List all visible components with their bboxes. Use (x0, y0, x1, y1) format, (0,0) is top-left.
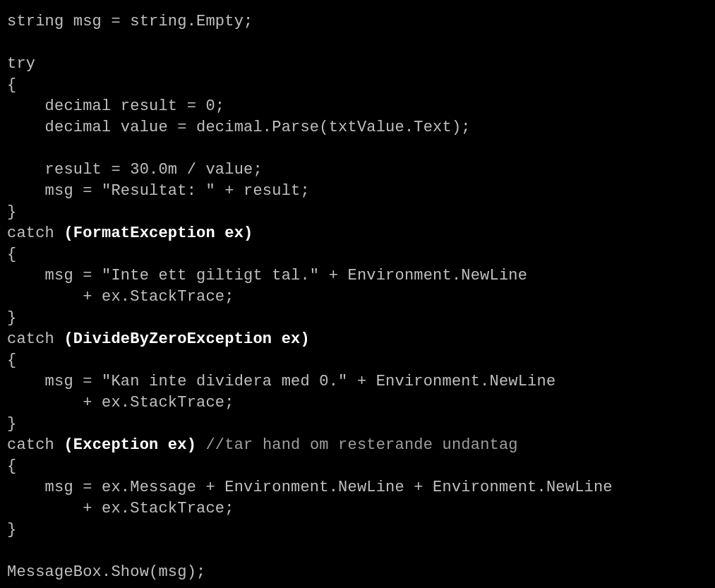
code-line: { (7, 352, 16, 369)
code-block: string msg = string.Empty; try { decimal… (0, 0, 715, 588)
code-line: decimal value = decimal.Parse(txtValue.T… (7, 119, 471, 136)
code-line: } (7, 415, 16, 433)
code-line: + ex.StackTrace; (7, 288, 234, 306)
code-line: msg = "Kan inte dividera med 0." + Envir… (7, 373, 555, 390)
code-line: { (7, 457, 16, 475)
code-line: string msg = string.Empty; (7, 13, 253, 30)
comment: //tar hand om resterande undantag (196, 436, 518, 454)
exception-type: (DivideByZeroException ex) (64, 330, 309, 348)
code-line: try (7, 55, 35, 73)
code-line: + ex.StackTrace; (7, 394, 234, 412)
code-line: result = 30.0m / value; (7, 161, 263, 179)
exception-type: (Exception ex) (64, 436, 196, 454)
code-line: decimal result = 0; (7, 97, 224, 115)
code-line: msg = ex.Message + Environment.NewLine +… (7, 479, 613, 496)
catch-keyword: catch (7, 224, 64, 242)
code-line: msg = "Inte ett giltigt tal." + Environm… (7, 267, 527, 284)
code-line: msg = "Resultat: " + result; (7, 182, 310, 200)
code-line: } (7, 203, 16, 221)
code-line: MessageBox.Show(msg); (7, 563, 205, 581)
code-line: { (7, 246, 16, 263)
code-line: + ex.StackTrace; (7, 500, 234, 517)
code-line: } (7, 521, 16, 539)
catch-keyword: catch (7, 436, 64, 454)
code-line: } (7, 309, 16, 327)
catch-keyword: catch (7, 330, 64, 348)
exception-type: (FormatException ex) (64, 224, 253, 242)
code-line: { (7, 76, 16, 94)
